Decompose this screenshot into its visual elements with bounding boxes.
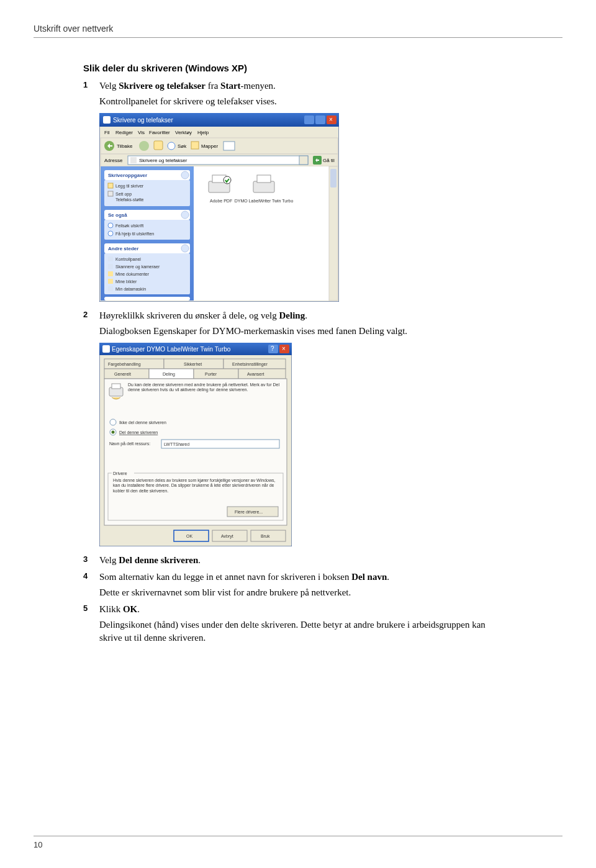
svg-text:Feilsøk utskrift: Feilsøk utskrift <box>115 224 143 228</box>
svg-text:Fil: Fil <box>104 130 110 135</box>
svg-text:Mine bilder: Mine bilder <box>115 279 137 284</box>
svg-text:Min datamaskin: Min datamaskin <box>115 287 146 291</box>
svg-text:Få hjelp til utskriften: Få hjelp til utskriften <box>115 232 154 237</box>
svg-text:×: × <box>282 345 286 352</box>
svg-text:Tilbake: Tilbake <box>117 143 133 149</box>
svg-text:Navn på delt ressurs:: Navn på delt ressurs: <box>109 441 150 446</box>
svg-rect-7 <box>101 127 338 138</box>
svg-point-48 <box>108 231 113 236</box>
svg-rect-18 <box>154 141 163 150</box>
step-3: Velg Del denne skriveren. <box>83 554 500 567</box>
svg-rect-4 <box>315 115 325 124</box>
svg-rect-14 <box>101 138 338 154</box>
svg-point-46 <box>108 223 113 228</box>
svg-text:Skriveroppgaver: Skriveroppgaver <box>108 173 147 178</box>
svg-rect-2 <box>103 116 111 124</box>
svg-rect-73 <box>257 175 271 183</box>
svg-point-35 <box>181 171 189 179</box>
step-text: Delingsikonet (hånd) vises under den del… <box>99 618 500 644</box>
svg-point-70 <box>224 176 231 184</box>
page-footer: 10 <box>34 836 562 849</box>
svg-rect-62 <box>108 286 113 291</box>
svg-text:Andre steder: Andre steder <box>108 246 138 251</box>
header-rule <box>34 37 562 38</box>
svg-rect-21 <box>191 142 199 149</box>
svg-text:Skrivere og telefakser: Skrivere og telefakser <box>139 158 187 163</box>
svg-rect-64 <box>104 297 190 301</box>
svg-text:Bruk: Bruk <box>261 534 270 538</box>
svg-rect-45 <box>104 220 190 240</box>
svg-rect-39 <box>108 191 113 196</box>
svg-text:Vis: Vis <box>138 130 145 135</box>
svg-text:Sett opp: Sett opp <box>115 192 132 197</box>
svg-rect-58 <box>108 271 113 276</box>
screenshot-printers-window: Skrivere og telefakser × Fil Rediger Vis <box>99 113 500 302</box>
page-number: 10 <box>34 840 562 849</box>
svg-text:Skannere og kameraer: Skannere og kameraer <box>115 264 160 269</box>
svg-text:?: ? <box>271 345 274 352</box>
svg-rect-60 <box>108 279 113 284</box>
step-text: Som alternativ kan du legge in et annet … <box>99 571 500 584</box>
svg-text:Fargebehandling: Fargebehandling <box>108 362 141 367</box>
step-1: Velg Skrivere og telefakser fra Start-me… <box>83 79 500 302</box>
svg-text:Gå til: Gå til <box>323 158 335 163</box>
svg-text:Ikke del denne skriveren: Ikke del denne skriveren <box>119 420 166 425</box>
svg-rect-29 <box>299 156 308 165</box>
svg-text:Generelt: Generelt <box>114 372 131 376</box>
svg-point-44 <box>181 211 189 219</box>
svg-rect-77 <box>102 345 110 353</box>
svg-text:Rediger: Rediger <box>115 130 133 135</box>
svg-text:Egenskaper DYMO LabelWriter Tw: Egenskaper DYMO LabelWriter Twin Turbo <box>112 346 231 353</box>
svg-text:Adobe PDF: Adobe PDF <box>210 199 232 203</box>
svg-text:Kontrollpanel: Kontrollpanel <box>115 257 141 262</box>
svg-text:Sikkerhet: Sikkerhet <box>184 362 202 366</box>
svg-rect-27 <box>130 157 137 163</box>
svg-text:Avbryt: Avbryt <box>221 534 233 539</box>
svg-point-100 <box>110 419 116 425</box>
svg-text:Legg til skriver: Legg til skriver <box>115 184 144 189</box>
svg-text:Søk: Søk <box>178 143 187 149</box>
svg-text:Flere drivere...: Flere drivere... <box>235 510 263 514</box>
svg-rect-23 <box>224 142 235 150</box>
svg-text:Se også: Se også <box>108 212 127 218</box>
svg-point-52 <box>181 245 189 252</box>
svg-text:Telefaks-støtte: Telefaks-støtte <box>115 197 144 202</box>
step-5: Klikk OK. Delingsikonet (hånd) vises und… <box>83 603 500 644</box>
step-text: Høyreklilkk skriveren du ønsker å dele, … <box>99 309 500 322</box>
svg-text:Drivere: Drivere <box>113 471 127 476</box>
svg-text:Mapper: Mapper <box>201 143 218 149</box>
svg-text:Favoritter: Favoritter <box>149 130 170 135</box>
svg-rect-72 <box>253 181 274 192</box>
step-text: Kontrollpanelet for skrivere og telefaks… <box>99 95 500 108</box>
svg-text:Avansert: Avansert <box>247 372 264 376</box>
svg-text:Porter: Porter <box>205 372 217 376</box>
svg-point-17 <box>139 141 149 151</box>
footer-rule <box>34 836 562 836</box>
svg-text:Mine dokumenter: Mine dokumenter <box>115 272 150 276</box>
step-4: Som alternativ kan du legge in et annet … <box>83 571 500 599</box>
svg-text:LWTTShared: LWTTShared <box>164 442 189 446</box>
svg-rect-37 <box>108 183 113 188</box>
step-text: Velg Del denne skriveren. <box>99 554 500 567</box>
svg-rect-67 <box>330 169 336 188</box>
svg-rect-3 <box>304 115 314 124</box>
svg-rect-54 <box>108 256 113 261</box>
step-text: Dette er skrivernavnet som blir vist for… <box>99 586 500 599</box>
page-header-title: Utskrift over nettverk <box>34 24 562 34</box>
step-text: Klikk OK. <box>99 603 500 616</box>
svg-text:Hjelp: Hjelp <box>197 130 209 135</box>
svg-text:DYMO LabelWriter Twin Turbo: DYMO LabelWriter Twin Turbo <box>235 199 294 203</box>
svg-text:Del denne skriveren: Del denne skriveren <box>119 430 158 435</box>
step-text: Dialogboksen Egenskaper for DYMO-merkema… <box>99 325 500 338</box>
section-heading: Slik deler du skriveren (Windows XP) <box>83 63 500 73</box>
screenshot-properties-dialog: Egenskaper DYMO LabelWriter Twin Turbo ?… <box>99 343 500 546</box>
svg-text:×: × <box>329 116 333 123</box>
svg-text:Adresse: Adresse <box>104 158 123 163</box>
step-text: Velg Skrivere og telefakser fra Start-me… <box>99 79 500 93</box>
svg-rect-99 <box>112 384 120 389</box>
svg-text:Deling: Deling <box>163 372 175 377</box>
svg-point-19 <box>168 142 175 150</box>
svg-text:OK: OK <box>186 534 192 538</box>
svg-text:Verktøy: Verktøy <box>175 130 192 135</box>
svg-point-103 <box>112 431 115 434</box>
